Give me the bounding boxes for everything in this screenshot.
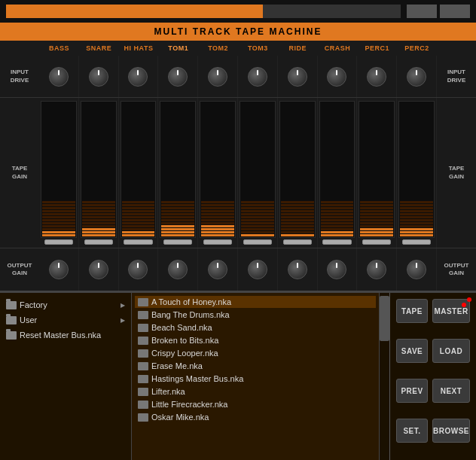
folder-arrow-0: ▶ bbox=[121, 302, 125, 309]
input-drive-knob-8[interactable] bbox=[357, 56, 397, 97]
input-drive-knob-4[interactable] bbox=[198, 56, 238, 97]
right-tape-gain-label: TAPEGAIN bbox=[449, 165, 465, 181]
folder-item-1[interactable]: User▶ bbox=[3, 314, 128, 326]
right-panel: TAPEMASTERSAVELOADPREVNEXTSET.BROWSE bbox=[389, 293, 476, 460]
fader-handle-6[interactable] bbox=[283, 239, 312, 245]
top-bar bbox=[0, 0, 476, 23]
next-button[interactable]: NEXT bbox=[432, 379, 470, 403]
folder-icon-2 bbox=[6, 331, 17, 340]
vu-meter-2 bbox=[121, 101, 157, 238]
file-panel[interactable]: A Touch of Honey.nkaBang The Drums.nkaBe… bbox=[132, 293, 379, 460]
file-icon-9 bbox=[138, 413, 148, 422]
input-drive-knob-0[interactable] bbox=[39, 56, 79, 97]
output-gain-knob-7[interactable] bbox=[318, 248, 358, 291]
channel-headers: BASSSNAREHI HATSTOM1TOM2TOM3RIDECRASHPER… bbox=[0, 41, 476, 56]
fader-handle-3[interactable] bbox=[163, 239, 192, 245]
vu-meter-1 bbox=[81, 101, 117, 238]
scrollbar-thumb[interactable] bbox=[380, 296, 389, 341]
file-icon-4 bbox=[138, 349, 148, 358]
folder-icon-0 bbox=[6, 301, 17, 309]
master-button[interactable]: MASTER bbox=[432, 299, 470, 323]
file-item-4[interactable]: Crispy Looper.nka bbox=[135, 347, 376, 359]
file-label-6: Hastings Master Bus.nka bbox=[151, 374, 243, 383]
input-drive-knob-7[interactable] bbox=[318, 56, 358, 97]
file-item-3[interactable]: Broken to Bits.nka bbox=[135, 334, 376, 346]
load-button[interactable]: LOAD bbox=[432, 339, 470, 363]
fader-handle-0[interactable] bbox=[44, 239, 73, 245]
scrollbar[interactable] bbox=[379, 293, 389, 460]
left-input-drive-label: INPUTDRIVE bbox=[11, 69, 29, 84]
tape-gain-cell-9 bbox=[397, 98, 437, 248]
fader-handle-4[interactable] bbox=[203, 239, 232, 245]
tape-gain-cell-4 bbox=[198, 98, 238, 248]
vu-meter-0 bbox=[41, 101, 77, 238]
browse-button[interactable]: BROWSE bbox=[432, 419, 470, 443]
file-item-8[interactable]: Little Firecracker.nka bbox=[135, 398, 376, 410]
file-item-2[interactable]: Beach Sand.nka bbox=[135, 321, 376, 334]
output-gain-knob-4[interactable] bbox=[198, 248, 238, 291]
ch-header-snare: SNARE bbox=[79, 44, 119, 52]
input-drive-knob-5[interactable] bbox=[238, 56, 278, 97]
vu-meter-3 bbox=[160, 101, 196, 238]
folder-item-2[interactable]: Reset Master Bus.nka bbox=[3, 329, 128, 341]
top-box-1 bbox=[407, 5, 437, 18]
output-gain-knob-2[interactable] bbox=[119, 248, 159, 291]
tape-button[interactable]: TAPE bbox=[396, 299, 428, 323]
ch-header-tom3: TOM3 bbox=[238, 44, 278, 52]
output-gain-knob-1[interactable] bbox=[79, 248, 119, 291]
file-item-9[interactable]: Oskar Mike.nka bbox=[135, 411, 376, 423]
file-item-7[interactable]: Lifter.nka bbox=[135, 385, 376, 398]
next-button-label: NEXT bbox=[441, 387, 462, 395]
ch-header-perc1: PERC1 bbox=[357, 44, 397, 52]
fader-handle-5[interactable] bbox=[243, 239, 272, 245]
vu-meter-4 bbox=[200, 101, 236, 238]
ch-header-hihats: HI HATS bbox=[119, 44, 159, 52]
folder-label-2: Reset Master Bus.nka bbox=[20, 331, 125, 340]
ch-header-tom2: TOM2 bbox=[198, 44, 238, 52]
input-drive-knob-3[interactable] bbox=[158, 56, 198, 97]
input-drive-knob-2[interactable] bbox=[119, 56, 159, 97]
output-gain-knob-8[interactable] bbox=[357, 248, 397, 291]
output-gain-knob-9[interactable] bbox=[397, 248, 437, 291]
file-item-1[interactable]: Bang The Drums.nka bbox=[135, 309, 376, 321]
file-item-5[interactable]: Erase Me.nka bbox=[135, 360, 376, 372]
fader-handle-8[interactable] bbox=[362, 239, 391, 245]
output-gain-knob-5[interactable] bbox=[238, 248, 278, 291]
vu-meter-5 bbox=[240, 101, 276, 238]
save-button[interactable]: SAVE bbox=[396, 339, 428, 363]
browse-button-label: BROWSE bbox=[433, 427, 469, 435]
prev-button[interactable]: PREV bbox=[396, 379, 428, 403]
output-gain-knob-3[interactable] bbox=[158, 248, 198, 291]
file-icon-1 bbox=[138, 311, 148, 319]
tape-gain-row bbox=[39, 98, 437, 248]
vu-meter-8 bbox=[359, 101, 395, 238]
output-gain-knob-6[interactable] bbox=[278, 248, 318, 291]
file-item-6[interactable]: Hastings Master Bus.nka bbox=[135, 373, 376, 385]
file-label-7: Lifter.nka bbox=[151, 387, 185, 396]
file-icon-3 bbox=[138, 337, 148, 345]
top-right-boxes bbox=[407, 5, 470, 18]
input-drive-knob-6[interactable] bbox=[278, 56, 318, 97]
top-progress-fill bbox=[6, 5, 263, 18]
left-tape-gain-label: TAPEGAIN bbox=[12, 165, 28, 181]
folder-item-0[interactable]: Factory▶ bbox=[3, 299, 128, 311]
save-button-label: SAVE bbox=[401, 347, 423, 355]
output-gain-knob-0[interactable] bbox=[39, 248, 79, 291]
top-box-2 bbox=[440, 5, 470, 18]
load-button-label: LOAD bbox=[440, 347, 462, 355]
file-icon-7 bbox=[138, 388, 148, 396]
fader-handle-1[interactable] bbox=[84, 239, 113, 245]
input-drive-knob-1[interactable] bbox=[79, 56, 119, 97]
fader-handle-9[interactable] bbox=[402, 239, 431, 245]
set-button[interactable]: SET. bbox=[396, 419, 428, 443]
ch-header-crash: CRASH bbox=[318, 44, 358, 52]
fader-handle-7[interactable] bbox=[322, 239, 351, 245]
input-drive-knob-9[interactable] bbox=[397, 56, 437, 97]
tape-button-label: TAPE bbox=[401, 307, 423, 315]
fader-handle-2[interactable] bbox=[124, 239, 152, 245]
file-item-0[interactable]: A Touch of Honey.nka bbox=[135, 296, 376, 308]
folder-panel: Factory▶User▶Reset Master Bus.nka bbox=[0, 293, 132, 460]
ch-header-perc2: PERC2 bbox=[397, 44, 437, 52]
tape-gain-cell-8 bbox=[357, 98, 397, 248]
ch-header-bass: BASS bbox=[39, 44, 79, 52]
